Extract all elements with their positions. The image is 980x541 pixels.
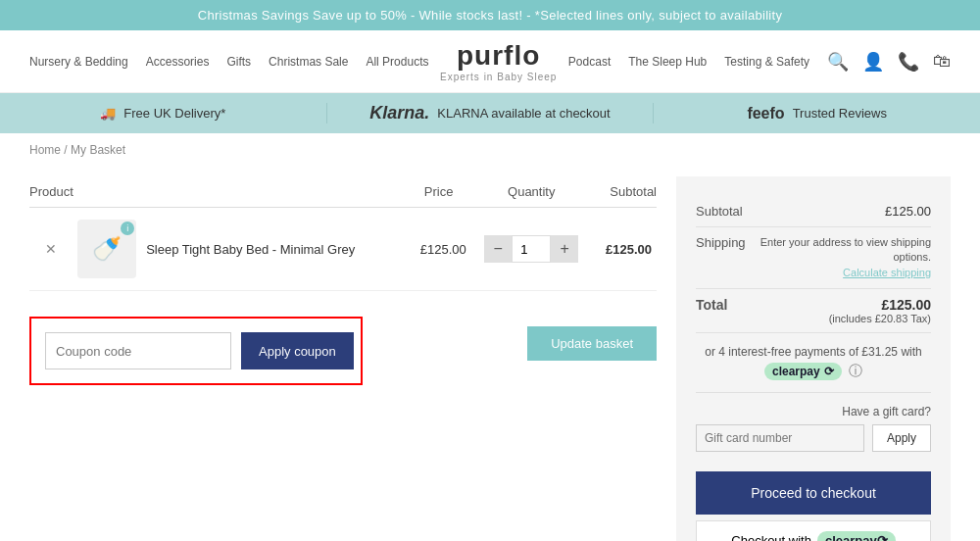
shipping-note-text: Enter your address to view shipping opti…	[760, 236, 931, 263]
feefo-info: feefo Trusted Reviews	[654, 103, 980, 123]
top-banner: Christmas Savings Save up to 50% - While…	[0, 0, 980, 30]
checkout-button[interactable]: Proceed to checkout	[696, 471, 931, 515]
quantity-cell: − +	[471, 208, 592, 291]
nav-nursery[interactable]: Nursery & Bedding	[29, 55, 128, 69]
product-image: 🍼 i	[77, 220, 136, 278]
subtotal-value: £125.00	[885, 204, 931, 219]
breadcrumb-home[interactable]: Home	[29, 143, 61, 157]
remove-cell: ✕	[29, 208, 73, 291]
nav-sleep-hub[interactable]: The Sleep Hub	[628, 55, 707, 69]
klarna-logo: Klarna.	[369, 103, 429, 123]
product-info: 🍼 i Sleep Tight Baby Bed - Minimal Grey	[77, 220, 401, 278]
info-badge[interactable]: i	[121, 221, 134, 235]
product-header: Product	[29, 176, 407, 208]
nav-left: Nursery & Bedding Accessories Gifts Chri…	[29, 55, 428, 69]
order-summary: Subtotal £125.00 Shipping Enter your add…	[676, 176, 951, 541]
nav-icons: 🔍 👤 📞 🛍	[827, 51, 951, 73]
phone-icon[interactable]: 📞	[898, 51, 919, 73]
calculate-shipping-link[interactable]: Calculate shipping	[843, 267, 931, 278]
item-subtotal: £125.00	[606, 242, 652, 257]
item-price: £125.00	[420, 242, 466, 257]
clearpay-section: or 4 interest-free payments of £31.25 wi…	[696, 333, 931, 393]
update-basket-row: Update basket	[527, 326, 657, 361]
klarna-text: KLARNA available at checkout	[437, 106, 610, 121]
cart-icon[interactable]: 🛍	[933, 51, 951, 73]
gift-card-row: Apply	[696, 424, 931, 452]
shipping-label: Shipping	[696, 235, 746, 280]
klarna-info: Klarna. KLARNA available at checkout	[327, 103, 655, 123]
quantity-input[interactable]	[512, 235, 551, 263]
nav-christmas-sale[interactable]: Christmas Sale	[269, 55, 348, 69]
main-content: Product Price Quantity Subtotal ✕ 🍼	[0, 167, 980, 541]
nav-podcast[interactable]: Podcast	[568, 55, 611, 69]
cart-table: Product Price Quantity Subtotal ✕ 🍼	[29, 176, 657, 291]
product-name: Sleep Tight Baby Bed - Minimal Grey	[146, 242, 355, 257]
delivery-info: 🚚 Free UK Delivery*	[0, 103, 327, 123]
nav-accessories[interactable]: Accessories	[146, 55, 210, 69]
update-basket-button[interactable]: Update basket	[527, 326, 657, 361]
clearpay-info-icon[interactable]: ⓘ	[849, 363, 862, 378]
product-emoji: 🍼	[92, 235, 122, 263]
breadcrumb-current: My Basket	[71, 143, 125, 157]
clearpay-icon: ⟳	[824, 365, 834, 378]
total-row: Total £125.00 (includes £20.83 Tax)	[696, 289, 931, 333]
breadcrumb: Home / My Basket	[0, 133, 980, 167]
coupon-section: Apply coupon	[29, 317, 363, 385]
clearpay-checkout-label: clearpay	[825, 533, 877, 541]
search-icon[interactable]: 🔍	[827, 51, 849, 73]
shipping-note: Enter your address to view shipping opti…	[746, 235, 931, 280]
feefo-logo: feefo	[747, 105, 784, 123]
gift-apply-button[interactable]: Apply	[872, 424, 931, 452]
main-nav: Nursery & Bedding Accessories Gifts Chri…	[0, 30, 980, 93]
clearpay-checkout-text: Checkout with	[731, 533, 811, 541]
nav-all-products[interactable]: All Products	[366, 55, 428, 69]
clearpay-checkout-badge: clearpay ⟳	[817, 531, 896, 541]
account-icon[interactable]: 👤	[862, 51, 884, 73]
logo[interactable]: purflo Experts in Baby Sleep	[440, 40, 557, 82]
banner-text: Christmas Savings Save up to 50% - While…	[198, 8, 783, 23]
table-row: ✕ 🍼 i Sleep Tight Baby Bed - Minimal Gre…	[29, 208, 657, 291]
apply-coupon-button[interactable]: Apply coupon	[241, 332, 354, 369]
clearpay-badge: clearpay ⟳	[764, 363, 842, 380]
total-label: Total	[696, 297, 727, 324]
coupon-input[interactable]	[45, 332, 231, 369]
quantity-control: − +	[476, 235, 587, 263]
subtotal-label: Subtotal	[696, 204, 743, 219]
clearpay-checkout-button[interactable]: Checkout with clearpay ⟳	[696, 520, 931, 541]
shipping-row: Shipping Enter your address to view ship…	[696, 227, 931, 289]
nav-gifts[interactable]: Gifts	[226, 55, 251, 69]
feefo-text: Trusted Reviews	[793, 106, 887, 121]
nav-testing[interactable]: Testing & Safety	[724, 55, 809, 69]
subtotal-cell: £125.00	[592, 208, 657, 291]
price-cell: £125.00	[407, 208, 471, 291]
gift-card-section: Have a gift card? Apply	[696, 393, 931, 464]
total-tax-note: (includes £20.83 Tax)	[829, 313, 931, 324]
subtotal-header: Subtotal	[592, 176, 657, 208]
logo-sub: Experts in Baby Sleep	[440, 72, 557, 82]
truck-icon: 🚚	[100, 106, 116, 121]
delivery-text: Free UK Delivery*	[123, 106, 225, 121]
remove-button[interactable]: ✕	[37, 241, 65, 257]
increase-quantity-button[interactable]: +	[551, 235, 578, 263]
breadcrumb-separator: /	[64, 143, 67, 157]
clearpay-checkout-icon: ⟳	[877, 533, 888, 541]
decrease-quantity-button[interactable]: −	[484, 235, 512, 263]
quantity-header: Quantity	[471, 176, 592, 208]
product-cell: 🍼 i Sleep Tight Baby Bed - Minimal Grey	[73, 208, 406, 291]
cart-section: Product Price Quantity Subtotal ✕ 🍼	[29, 176, 657, 541]
logo-text: purflo	[440, 40, 557, 72]
gift-card-input[interactable]	[696, 424, 864, 452]
subtotal-row: Subtotal £125.00	[696, 196, 931, 227]
info-bar: 🚚 Free UK Delivery* Klarna. KLARNA avail…	[0, 93, 980, 133]
total-value: £125.00	[881, 297, 931, 313]
clearpay-label: clearpay	[772, 365, 820, 378]
price-header: Price	[407, 176, 471, 208]
nav-right: Podcast The Sleep Hub Testing & Safety 🔍…	[568, 51, 951, 73]
cart-actions-row: Apply coupon Update basket	[29, 301, 657, 385]
clearpay-text: or 4 interest-free payments of £31.25 wi…	[705, 345, 921, 359]
gift-card-label: Have a gift card?	[696, 405, 931, 418]
